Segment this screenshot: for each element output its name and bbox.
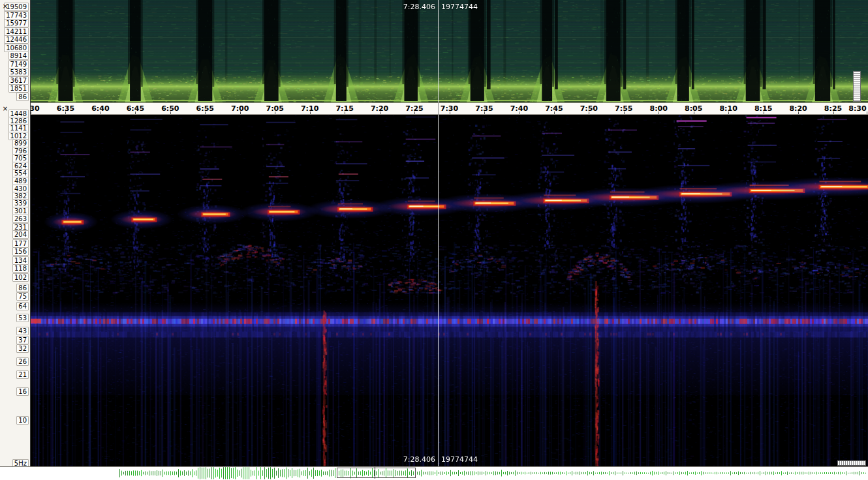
frequency-label: 102 [12, 273, 29, 282]
cursor-frame-readout-top: 19774744 [441, 3, 478, 11]
time-tick [450, 112, 450, 114]
playback-cursor-bottom [438, 115, 439, 466]
overview-playback-cursor [375, 467, 375, 479]
frequency-label: 8914 [8, 52, 29, 60]
time-tick [170, 112, 171, 114]
time-tick [205, 112, 206, 114]
frequency-label: 5383 [8, 68, 29, 76]
frequency-label: 118 [12, 264, 29, 273]
time-tick [694, 112, 694, 114]
playback-cursor-ruler [438, 102, 439, 115]
frequency-label: 156 [12, 247, 29, 256]
time-tick [764, 112, 764, 114]
frequency-label: 489 [12, 177, 29, 185]
time-tick [380, 112, 380, 114]
spectrogram-canvas-bottom[interactable] [31, 115, 868, 466]
time-label: 6:30 [31, 104, 40, 113]
cursor-time-readout-top: 7:28.406 [403, 3, 435, 11]
close-pane-top-button[interactable]: × [1, 2, 9, 10]
frequency-label: 16 [16, 387, 29, 396]
spectrogram-analysis-window: 1950917743159771421112446106808914714953… [0, 0, 868, 480]
frequency-label: 554 [12, 169, 29, 177]
close-pane-bottom-button[interactable]: × [1, 104, 9, 112]
cursor-time-readout-bottom: 7:28.406 [403, 456, 435, 464]
frequency-label: 5Hz [12, 459, 29, 466]
time-tick [833, 112, 834, 114]
frequency-scale-top: 1950917743159771421112446106808914714953… [0, 0, 31, 102]
frequency-scale-bottom: 1448128611411012899796705624554489430382… [0, 102, 31, 466]
frequency-label: 37 [16, 336, 29, 344]
frequency-label: 64 [16, 302, 29, 310]
frequency-label: 43 [16, 327, 29, 335]
time-tick [867, 112, 867, 114]
time-tick [135, 112, 136, 114]
frequency-label: 26 [16, 357, 29, 366]
horizontal-zoom-wheel[interactable] [837, 460, 866, 466]
frequency-label: 3617 [8, 76, 29, 85]
frequency-label: 263 [12, 215, 29, 223]
time-label: 8:30 [848, 104, 867, 113]
vertical-zoom-wheel[interactable] [853, 71, 861, 102]
time-tick [728, 112, 729, 114]
frequency-label: 12446 [4, 35, 29, 44]
frequency-label: 10 [16, 416, 29, 425]
overview-view-box[interactable] [337, 468, 416, 478]
time-tick [101, 112, 101, 114]
frequency-label: 86 [16, 93, 29, 101]
time-tick [275, 112, 275, 114]
frequency-label: 1851 [8, 84, 29, 93]
time-tick [31, 112, 31, 114]
spectrogram-canvas-top[interactable] [31, 0, 868, 102]
time-tick [345, 112, 345, 114]
overview-divider [0, 466, 868, 467]
time-tick [519, 112, 519, 114]
frequency-label: 301 [12, 207, 29, 215]
frequency-label: 15977 [4, 19, 29, 27]
frequency-label: 75 [16, 292, 29, 301]
frequency-label: 177 [12, 239, 29, 248]
frequency-label: 7149 [8, 60, 29, 68]
time-tick [798, 112, 799, 114]
frequency-label: 86 [16, 284, 29, 292]
frequency-label: 21 [16, 370, 29, 379]
frequency-label: 17743 [4, 11, 29, 20]
frequency-label: 32 [16, 344, 29, 353]
time-tick [65, 112, 66, 114]
time-tick [659, 112, 659, 114]
time-tick [310, 112, 311, 114]
time-tick [554, 112, 555, 114]
time-tick [589, 112, 589, 114]
time-tick [240, 112, 241, 114]
frequency-label: 14211 [4, 27, 29, 36]
playback-cursor-top [438, 0, 439, 102]
time-tick [414, 112, 415, 114]
time-tick [484, 112, 485, 114]
frequency-label: 204 [12, 230, 29, 239]
cursor-frame-readout-bottom: 19774744 [441, 456, 478, 464]
time-tick [624, 112, 625, 114]
overview-waveform[interactable] [0, 466, 868, 480]
frequency-label: 53 [16, 314, 29, 322]
frequency-label: 10680 [4, 44, 29, 52]
time-ruler[interactable]: 6:306:356:406:456:506:557:007:057:107:15… [31, 102, 868, 115]
